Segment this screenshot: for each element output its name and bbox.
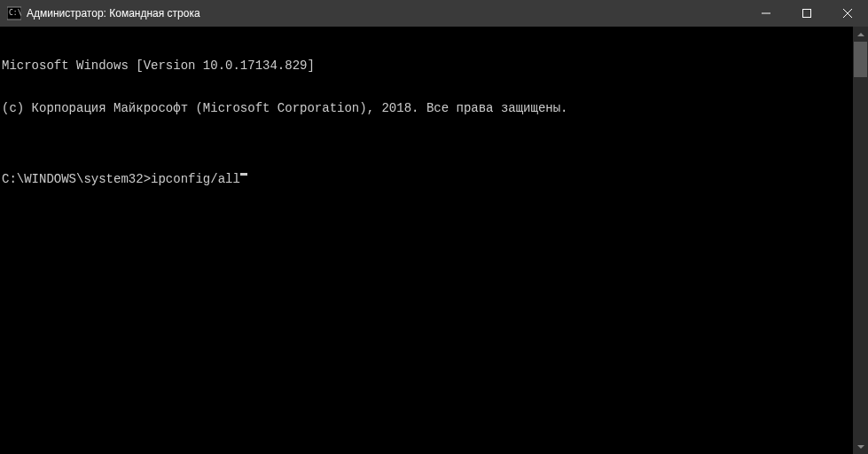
scroll-up-arrow[interactable] [853, 27, 868, 42]
vertical-scrollbar[interactable] [853, 27, 868, 454]
svg-marker-7 [857, 445, 864, 449]
typed-command: ipconfig/all [151, 172, 240, 186]
scroll-down-arrow[interactable] [853, 439, 868, 454]
minimize-button[interactable] [746, 0, 786, 27]
text-cursor [240, 173, 247, 176]
prompt-line: C:\WINDOWS\system32>ipconfig/all [2, 172, 852, 186]
terminal-body[interactable]: Microsoft Windows [Version 10.0.17134.82… [0, 27, 868, 454]
maximize-button[interactable] [786, 0, 827, 27]
close-button[interactable] [827, 0, 868, 27]
terminal-content: Microsoft Windows [Version 10.0.17134.82… [2, 30, 852, 215]
titlebar[interactable]: C:\ Администратор: Командная строка [0, 0, 868, 27]
scrollbar-track[interactable] [853, 42, 868, 439]
copyright-line: (c) Корпорация Майкрософт (Microsoft Cor… [2, 101, 852, 115]
svg-marker-6 [857, 33, 864, 36]
prompt: C:\WINDOWS\system32> [2, 172, 151, 186]
svg-text:C:\: C:\ [9, 9, 21, 17]
scrollbar-thumb[interactable] [854, 42, 867, 77]
svg-rect-3 [803, 10, 811, 18]
window-controls [746, 0, 868, 27]
cmd-icon: C:\ [7, 6, 21, 20]
cmd-window: C:\ Администратор: Командная строка Micr… [0, 0, 868, 454]
version-line: Microsoft Windows [Version 10.0.17134.82… [2, 59, 852, 73]
window-title: Администратор: Командная строка [27, 7, 200, 20]
